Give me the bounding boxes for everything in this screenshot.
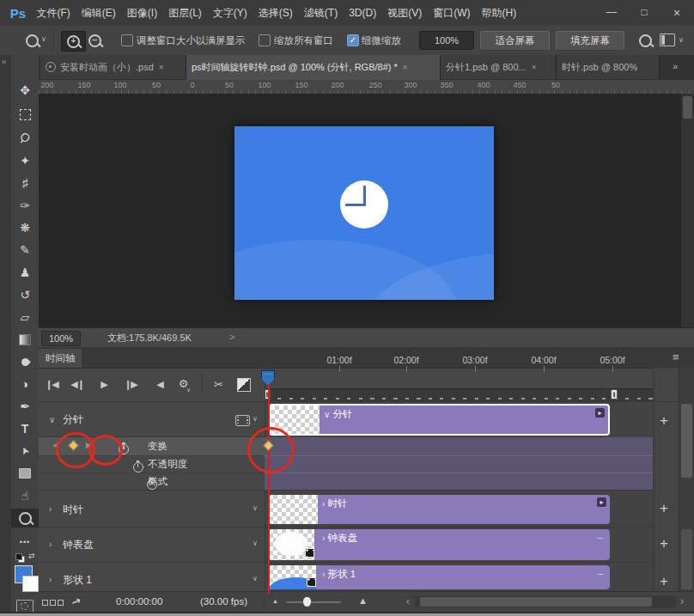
first-frame-button[interactable]: ❙◀: [42, 375, 61, 393]
track-dropdown-icon[interactable]: ∨: [253, 575, 258, 582]
split-clip-button[interactable]: ✂: [209, 375, 228, 393]
convert-frame-animation-icon[interactable]: [42, 600, 64, 606]
type-tool[interactable]: T: [11, 419, 39, 438]
stopwatch-icon-opacity[interactable]: [133, 462, 143, 473]
timeline-tab[interactable]: 时间轴: [39, 349, 82, 368]
menu-layer[interactable]: 图层(L): [163, 6, 208, 21]
fit-screen-button[interactable]: 适合屏幕: [480, 31, 550, 51]
group-collapsed-icon[interactable]: ›: [49, 575, 52, 584]
history-brush-tool[interactable]: ↺: [11, 285, 39, 304]
tab-overflow-icon[interactable]: »: [673, 61, 678, 71]
tool-dropdown-icon[interactable]: ∨: [41, 35, 46, 43]
add-media-button[interactable]: +: [653, 412, 675, 430]
canvas-vertical-scrollbar[interactable]: [681, 94, 694, 327]
menu-help[interactable]: 帮助(H): [476, 6, 522, 21]
play-button[interactable]: ▶: [94, 375, 113, 393]
workspace-icon[interactable]: [660, 34, 675, 46]
track-label-minute-hand[interactable]: 分针: [63, 412, 83, 427]
blur-tool[interactable]: [11, 352, 39, 371]
scroll-left-icon[interactable]: ‹: [406, 595, 410, 607]
audio-toggle-button[interactable]: ◀: [150, 375, 169, 393]
menu-3d[interactable]: 3D(D): [344, 7, 382, 19]
minimize-icon[interactable]: —: [605, 6, 618, 20]
group-collapsed-icon[interactable]: ›: [49, 504, 52, 514]
path-selection-tool[interactable]: ➤: [11, 442, 39, 460]
scroll-right-icon[interactable]: ›: [680, 595, 684, 607]
work-area-bar[interactable]: [266, 388, 653, 402]
timeline-zoom-slider-thumb[interactable]: [303, 597, 311, 607]
menu-image[interactable]: 图像(I): [121, 6, 162, 21]
eraser-tool[interactable]: ▱: [11, 308, 39, 326]
transition-button[interactable]: [237, 378, 251, 392]
brush-tool[interactable]: ✎: [11, 241, 39, 259]
clip-shape-1[interactable]: › 形状 1 –: [269, 565, 610, 589]
add-media-button[interactable]: +: [653, 535, 675, 552]
swap-colors-icon[interactable]: ⇄: [28, 552, 35, 560]
work-area-end-bracket[interactable]: ❚: [611, 389, 618, 399]
collapse-panel-icon[interactable]: »: [2, 58, 6, 66]
previous-frame-button[interactable]: ◀❙: [68, 375, 87, 393]
style-band[interactable]: [265, 473, 653, 490]
track-dropdown-icon[interactable]: ∨: [253, 504, 258, 512]
menu-select[interactable]: 选择(S): [253, 6, 298, 21]
more-tools-button[interactable]: •••: [11, 533, 39, 552]
clone-stamp-tool[interactable]: ♟: [11, 263, 39, 282]
timeline-zoom-slider[interactable]: [286, 601, 341, 603]
shape-tool[interactable]: [11, 464, 39, 483]
status-zoom-field[interactable]: 100%: [41, 331, 81, 346]
track-dropdown-icon[interactable]: ∨: [253, 415, 258, 423]
close-tab-icon[interactable]: ×: [159, 63, 164, 72]
clip-collapsed-icon[interactable]: ›: [322, 499, 325, 509]
playhead-marker[interactable]: ···: [261, 370, 275, 386]
menu-type[interactable]: 文字(Y): [207, 6, 253, 21]
group-expand-icon[interactable]: ∨: [49, 415, 55, 424]
lasso-tool[interactable]: Ϙ: [11, 128, 39, 147]
clip-clock-face[interactable]: › 钟表盘 –: [269, 529, 610, 560]
quick-mask-icon[interactable]: [16, 600, 33, 613]
property-label-opacity[interactable]: 不透明度: [148, 458, 187, 471]
group-collapsed-icon[interactable]: ›: [49, 540, 52, 549]
track-label-shape-1[interactable]: 形状 1: [63, 573, 92, 588]
menu-view[interactable]: 视图(V): [382, 6, 428, 21]
resize-windows-checkbox[interactable]: [121, 34, 133, 46]
clip-badge-icon[interactable]: ▸: [597, 497, 606, 507]
track-label-clock-face[interactable]: 钟表盘: [63, 538, 94, 552]
marquee-tool[interactable]: [11, 105, 39, 124]
clip-badge-icon[interactable]: ▸: [595, 408, 605, 418]
crop-tool[interactable]: ♯: [11, 174, 39, 192]
keyframe-nav-right-icon[interactable]: ▶: [86, 441, 92, 449]
clip-collapsed-icon[interactable]: ›: [322, 534, 325, 543]
menu-file[interactable]: 文件(F): [31, 6, 76, 21]
clip-minute-hand[interactable]: ∨ 分针 ▸: [269, 404, 610, 436]
zoom-in-timeline-icon[interactable]: ▲: [358, 595, 368, 606]
render-video-icon[interactable]: ↗: [70, 595, 82, 610]
eyedropper-tool[interactable]: ✑: [11, 196, 39, 215]
status-chevron-icon[interactable]: >: [229, 332, 234, 342]
pen-tool[interactable]: ✒: [11, 397, 39, 416]
track-dropdown-icon[interactable]: ∨: [253, 540, 258, 547]
zoom-tool-icon[interactable]: [26, 34, 39, 51]
tab-timeline-clock[interactable]: ps时间轴旋转时钟.psd @ 100% (分针, RGB/8#) * ×: [186, 55, 441, 80]
timeline-horizontal-scrollbar[interactable]: [415, 596, 676, 607]
dodge-tool[interactable]: ◑: [11, 375, 39, 393]
menu-filter[interactable]: 滤镜(T): [298, 6, 343, 21]
fill-screen-button[interactable]: 填充屏幕: [556, 31, 624, 51]
zoom-out-button[interactable]: −: [88, 34, 101, 51]
menu-window[interactable]: 窗口(W): [428, 6, 476, 21]
scrubby-zoom-checkbox[interactable]: ✓: [347, 34, 359, 46]
zoom-tool[interactable]: [11, 509, 39, 528]
maximize-icon[interactable]: □: [637, 6, 651, 20]
track-label-hour-hand[interactable]: 时针: [63, 503, 83, 517]
background-color-swatch[interactable]: [22, 576, 39, 592]
scrollbar-thumb[interactable]: [420, 597, 652, 607]
tab-hour-hand[interactable]: 时针.psb @ 800%: [557, 55, 660, 79]
zoom-percent-field[interactable]: 100%: [419, 31, 474, 50]
zoom-all-checkbox[interactable]: [259, 34, 271, 46]
property-label-style[interactable]: 样式: [148, 475, 167, 488]
tab-install-animation[interactable]: 安装时动画（小）.psd ×: [40, 55, 186, 79]
video-track-icon[interactable]: [235, 415, 250, 426]
add-media-button[interactable]: +: [653, 573, 675, 590]
zoom-out-timeline-icon[interactable]: ▲: [272, 598, 278, 604]
gradient-tool[interactable]: [11, 330, 39, 349]
quick-selection-tool[interactable]: ✦: [11, 151, 39, 170]
